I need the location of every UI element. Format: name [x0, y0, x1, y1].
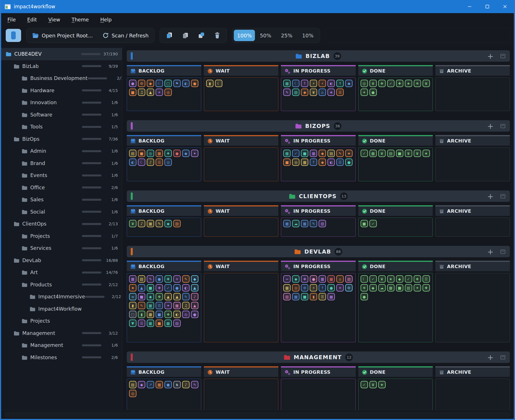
add-card-button[interactable]: + — [487, 122, 494, 130]
sidebar-item-events[interactable]: Events1/6 — [1, 169, 122, 182]
task-tile[interactable]: ▤ — [283, 293, 291, 300]
task-tile[interactable]: ▲ — [138, 284, 145, 292]
task-tile[interactable]: ☰ — [156, 158, 163, 166]
task-tile[interactable]: ▮ — [129, 302, 136, 309]
task-tile[interactable]: ● — [191, 311, 198, 318]
task-tile[interactable]: ● — [173, 150, 181, 157]
task-tile[interactable]: ■ — [361, 220, 368, 227]
task-tile[interactable]: ✎ — [283, 89, 291, 96]
sidebar-item-tools[interactable]: Tools1/5 — [1, 121, 122, 133]
task-tile[interactable]: ◆ — [319, 158, 326, 166]
task-tile[interactable]: ☾ — [138, 158, 145, 166]
task-tile[interactable]: ▤ — [387, 150, 395, 157]
sidebar-item-software[interactable]: Software1/6 — [1, 109, 122, 121]
task-tile[interactable]: ● — [156, 275, 163, 283]
task-tile[interactable]: ♪ — [147, 158, 154, 166]
task-tile[interactable]: ☾ — [292, 80, 299, 87]
task-tile[interactable]: ◐ — [327, 158, 335, 166]
task-tile[interactable]: ⚡ — [310, 80, 317, 87]
task-tile[interactable]: ◆ — [292, 275, 299, 283]
task-tile[interactable]: ▤ — [327, 150, 335, 157]
task-tile[interactable]: ★ — [405, 80, 412, 87]
task-tile[interactable]: ▦ — [369, 150, 377, 157]
sidebar-item-sales[interactable]: Sales1/6 — [1, 194, 122, 206]
task-tile[interactable]: ◆ — [147, 80, 154, 87]
scan-refresh-button[interactable]: Scan / Refresh — [102, 32, 148, 39]
task-tile[interactable]: ☁ — [378, 284, 386, 292]
sidebar-item-admin[interactable]: Admin1/6 — [1, 145, 122, 157]
task-tile[interactable]: ▮ — [138, 311, 145, 318]
task-tile[interactable]: ▤ — [345, 275, 353, 283]
board-header-devlab[interactable]: DEVLAB88+ — [127, 246, 510, 257]
task-tile[interactable]: ✓ — [405, 275, 412, 283]
task-tile[interactable]: ♛ — [310, 89, 317, 96]
collapse-board-button[interactable] — [500, 250, 505, 254]
task-tile[interactable]: ▤ — [138, 275, 145, 283]
board-header-bizops[interactable]: BIZOPS36+ — [127, 120, 510, 132]
task-tile[interactable]: ❖ — [414, 275, 421, 283]
task-tile[interactable]: ● — [164, 381, 172, 388]
duplicate-button[interactable] — [198, 32, 205, 39]
task-tile[interactable]: ♛ — [378, 150, 386, 157]
collapse-board-button[interactable] — [500, 194, 505, 198]
task-tile[interactable]: ✎ — [336, 150, 344, 157]
paste-button[interactable] — [182, 32, 189, 39]
task-tile[interactable]: ∞ — [129, 293, 136, 300]
task-tile[interactable]: ☰ — [336, 89, 344, 96]
task-tile[interactable]: ✚ — [423, 284, 430, 292]
task-tile[interactable]: ● — [191, 80, 198, 87]
task-tile[interactable]: ♛ — [369, 381, 377, 388]
task-tile[interactable]: ❖ — [156, 284, 163, 292]
task-tile[interactable]: ▤ — [173, 220, 181, 227]
task-tile[interactable]: ◆ — [396, 275, 403, 283]
task-tile[interactable]: ✳ — [156, 89, 163, 96]
sidebar-item-milestones[interactable]: Milestones2/6 — [1, 351, 122, 364]
task-tile[interactable]: ◎ — [164, 89, 172, 96]
task-tile[interactable]: ▮ — [310, 293, 317, 300]
task-tile[interactable]: ◐ — [182, 80, 190, 87]
task-tile[interactable]: ★ — [423, 150, 430, 157]
task-tile[interactable]: ▦ — [156, 381, 163, 388]
task-tile[interactable]: ✎ — [310, 220, 317, 227]
task-tile[interactable]: ● — [369, 89, 377, 96]
task-tile[interactable]: ☰ — [156, 302, 163, 309]
task-tile[interactable]: ▲ — [173, 293, 181, 300]
task-tile[interactable]: ■ — [156, 311, 163, 318]
task-tile[interactable]: ● — [173, 284, 181, 292]
sidebar-item-social[interactable]: Social1/6 — [1, 206, 122, 218]
sidebar-item-projects[interactable]: Projects — [1, 315, 122, 327]
sidebar-item-management[interactable]: Management1/6 — [1, 339, 122, 351]
task-tile[interactable]: ■ — [129, 89, 136, 96]
task-tile[interactable]: ◐ — [173, 311, 181, 318]
task-tile[interactable]: □ — [164, 80, 172, 87]
sidebar-item-bizops[interactable]: BizOps7/36 — [1, 133, 122, 145]
task-tile[interactable]: ❄ — [361, 284, 368, 292]
sidebar-item-art[interactable]: Art14/76 — [1, 266, 122, 279]
task-tile[interactable]: ★ — [327, 89, 335, 96]
task-tile[interactable]: ✚ — [396, 80, 403, 87]
task-tile[interactable]: ☰ — [319, 293, 326, 300]
task-tile[interactable]: ◆ — [301, 89, 308, 96]
task-tile[interactable]: ▦ — [301, 220, 308, 227]
task-tile[interactable]: ◎ — [164, 158, 172, 166]
task-tile[interactable]: ✓ — [361, 381, 368, 388]
task-tile[interactable]: ♛ — [369, 80, 377, 87]
task-tile[interactable]: ▦ — [173, 302, 181, 309]
task-tile[interactable]: ◆ — [319, 150, 326, 157]
task-tile[interactable]: ◆ — [345, 80, 353, 87]
task-tile[interactable]: ❖ — [378, 80, 386, 87]
task-tile[interactable]: ◆ — [164, 220, 172, 227]
task-tile[interactable]: ⚙ — [345, 284, 353, 292]
task-tile[interactable]: ● — [129, 80, 136, 87]
task-tile[interactable]: ▦ — [129, 275, 136, 283]
task-tile[interactable]: ♫ — [182, 302, 190, 309]
task-tile[interactable]: ✦ — [414, 284, 421, 292]
task-tile[interactable]: ■ — [301, 150, 308, 157]
sidebar-item-hardware[interactable]: Hardware4/15 — [1, 85, 122, 97]
delete-button[interactable] — [214, 32, 221, 39]
copy-button[interactable] — [166, 32, 173, 39]
task-tile[interactable]: ▩ — [164, 319, 172, 327]
task-tile[interactable]: ♪ — [138, 220, 145, 227]
add-card-button[interactable]: + — [487, 353, 494, 361]
task-tile[interactable]: ◆ — [182, 150, 190, 157]
